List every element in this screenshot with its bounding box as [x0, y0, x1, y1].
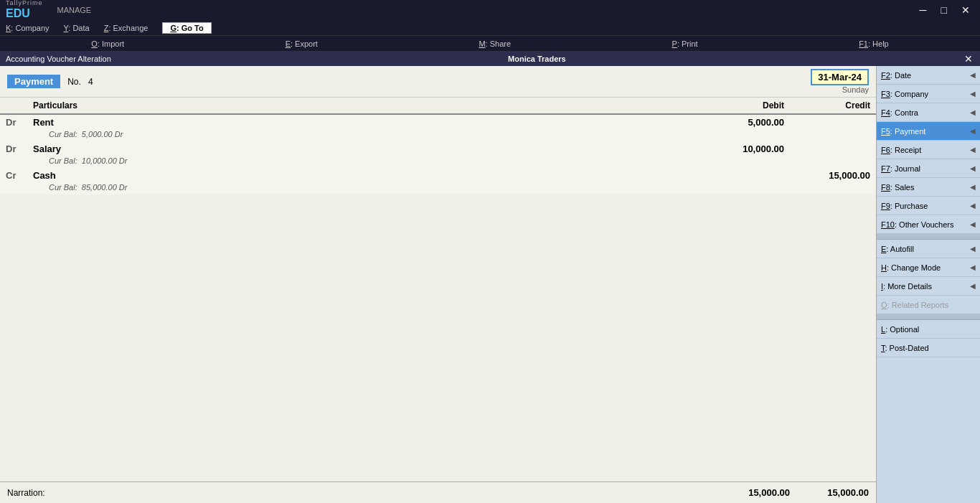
- app-branding: TallyPrime EDU: [6, 0, 43, 19]
- f2-arrow: ◀: [970, 71, 976, 79]
- app-label: TallyPrime: [6, 0, 43, 7]
- main-layout: Payment No. 4 31-Mar-24 Sunday Particula…: [0, 66, 980, 503]
- total-credit: 15,000.00: [811, 487, 869, 498]
- content-area: Payment No. 4 31-Mar-24 Sunday Particula…: [0, 66, 876, 503]
- f7-arrow: ◀: [970, 164, 976, 172]
- minimize-button[interactable]: ─: [915, 3, 931, 17]
- th-drcr: [0, 98, 27, 114]
- curbal-cash: Cur Bal: 85,000.00 Dr: [27, 183, 704, 194]
- f10-arrow: ◀: [970, 220, 976, 228]
- menu-company[interactable]: K: Company: [6, 24, 50, 32]
- narration-bar: Narration: 15,000.00 15,000.00: [0, 481, 876, 503]
- title-bar: TallyPrime EDU MANAGE ─ □ ✕: [0, 0, 980, 20]
- voucher-table: Particulars Debit Credit Dr Rent 5,000.0…: [0, 98, 876, 194]
- debit-salary: 10,000.00: [704, 141, 790, 156]
- f3-arrow: ◀: [970, 90, 976, 98]
- f8-arrow: ◀: [970, 183, 976, 191]
- l-optional-button[interactable]: L: Optional: [877, 320, 980, 339]
- window-header: Accounting Voucher Alteration Monica Tra…: [0, 52, 980, 66]
- voucher-type: Payment: [7, 75, 60, 88]
- account-rent[interactable]: Rent: [27, 114, 704, 130]
- th-particulars: Particulars: [27, 98, 704, 114]
- drcr-label-cash: Cr: [0, 168, 27, 183]
- debit-rent: 5,000.00: [704, 114, 790, 130]
- action-help[interactable]: F1: Help: [859, 39, 889, 48]
- balance-row-rent: Cur Bal: 5,000.00 Dr: [0, 130, 876, 141]
- goto-button[interactable]: G: Go To: [162, 22, 211, 34]
- curbal-salary: Cur Bal: 10,000.00 Dr: [27, 156, 704, 168]
- narration-label: Narration:: [7, 488, 45, 498]
- voucher-date-area: 31-Mar-24 Sunday: [811, 69, 869, 94]
- balance-row-cash: Cur Bal: 85,000.00 Dr: [0, 183, 876, 194]
- account-cash[interactable]: Cash: [27, 168, 704, 183]
- f9-arrow: ◀: [970, 202, 976, 210]
- voucher-date[interactable]: 31-Mar-24: [811, 69, 869, 85]
- right-panel: F2: Date ◀ F3: Company ◀ F4: Contra ◀ F5…: [876, 66, 980, 503]
- voucher-header: Payment No. 4 31-Mar-24 Sunday: [0, 66, 876, 98]
- narration-totals: 15,000.00 15,000.00: [732, 487, 869, 498]
- action-print[interactable]: P: Print: [672, 39, 698, 48]
- company-name: Monica Traders: [508, 55, 566, 63]
- window-title: Accounting Voucher Alteration: [6, 55, 111, 63]
- close-window-button[interactable]: ✕: [963, 53, 974, 65]
- menu-data[interactable]: Y: Data: [64, 24, 90, 32]
- e-arrow: ◀: [970, 245, 976, 253]
- f6-receipt-button[interactable]: F6: Receipt ◀: [877, 141, 980, 159]
- f10-other-button[interactable]: F10: Other Vouchers ◀: [877, 215, 980, 234]
- f6-arrow: ◀: [970, 146, 976, 154]
- total-debit: 15,000.00: [732, 487, 790, 498]
- table-row[interactable]: Dr Salary 10,000.00: [0, 141, 876, 156]
- voucher-number: 4: [88, 77, 93, 87]
- f4-arrow: ◀: [970, 108, 976, 116]
- drcr-label-salary: Dr: [0, 141, 27, 156]
- credit-rent: [790, 114, 876, 130]
- voucher-table-container: Particulars Debit Credit Dr Rent 5,000.0…: [0, 98, 876, 481]
- f2-date-button[interactable]: F2: Date ◀: [877, 66, 980, 85]
- credit-cash: 15,000.00: [790, 168, 876, 183]
- th-credit: Credit: [790, 98, 876, 114]
- app-name: EDU: [6, 7, 43, 20]
- f4-contra-button[interactable]: F4: Contra ◀: [877, 103, 980, 122]
- manage-label: MANAGE: [57, 6, 92, 14]
- o-relatedreports-button: O: Related Reports: [877, 296, 980, 314]
- f5-arrow: ◀: [970, 127, 976, 135]
- f7-journal-button[interactable]: F7: Journal ◀: [877, 159, 980, 178]
- th-debit: Debit: [704, 98, 790, 114]
- action-export[interactable]: E: Export: [286, 39, 318, 48]
- i-moredetails-button[interactable]: I: More Details ◀: [877, 277, 980, 296]
- menu-exchange[interactable]: Z: Exchange: [104, 24, 149, 32]
- close-app-button[interactable]: ✕: [957, 3, 974, 17]
- curbal-rent: Cur Bal: 5,000.00 Dr: [27, 130, 704, 141]
- h-changemode-button[interactable]: H: Change Mode ◀: [877, 258, 980, 277]
- maximize-button[interactable]: □: [937, 3, 951, 17]
- voucher-no-label: No.: [67, 77, 81, 87]
- f5-payment-button[interactable]: F5: Payment ◀: [877, 122, 980, 141]
- table-header-row: Particulars Debit Credit: [0, 98, 876, 114]
- e-autofill-button[interactable]: E: Autofill ◀: [877, 240, 980, 258]
- f3-company-button[interactable]: F3: Company ◀: [877, 85, 980, 103]
- window-controls: ─ □ ✕: [915, 3, 974, 17]
- panel-separator-2: [877, 314, 980, 320]
- f9-purchase-button[interactable]: F9: Purchase ◀: [877, 197, 980, 215]
- t-postdated-button[interactable]: T: Post-Dated: [877, 339, 980, 357]
- action-import[interactable]: O: Import: [91, 39, 124, 48]
- action-share[interactable]: M: Share: [479, 39, 511, 48]
- debit-cash: [704, 168, 790, 183]
- drcr-label-rent: Dr: [0, 114, 27, 130]
- balance-row-salary: Cur Bal: 10,000.00 Dr: [0, 156, 876, 168]
- h-arrow: ◀: [970, 263, 976, 271]
- credit-salary: [790, 141, 876, 156]
- account-salary[interactable]: Salary: [27, 141, 704, 156]
- f8-sales-button[interactable]: F8: Sales ◀: [877, 178, 980, 197]
- menu-bar: K: Company Y: Data Z: Exchange G: Go To: [0, 20, 980, 36]
- table-row[interactable]: Cr Cash 15,000.00: [0, 168, 876, 183]
- table-row[interactable]: Dr Rent 5,000.00: [0, 114, 876, 130]
- action-bar: O: Import E: Export M: Share P: Print F1…: [0, 36, 980, 52]
- i-arrow: ◀: [970, 282, 976, 290]
- voucher-day: Sunday: [842, 85, 869, 94]
- panel-separator-1: [877, 234, 980, 240]
